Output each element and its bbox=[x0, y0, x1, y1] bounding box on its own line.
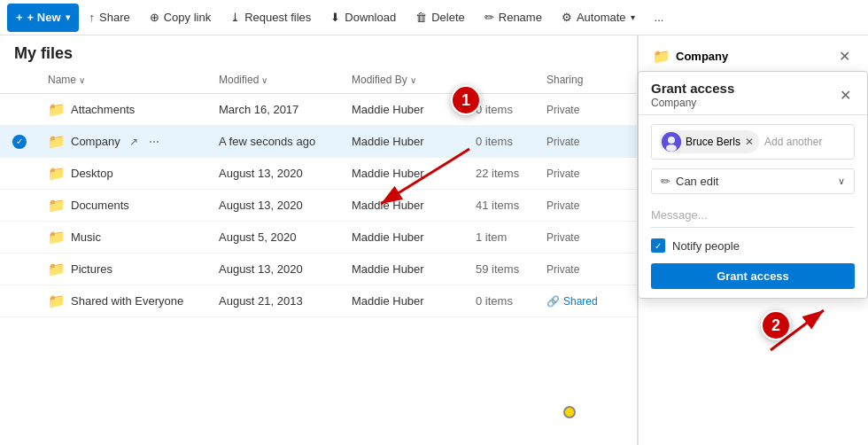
row-share-icon[interactable]: ↗ bbox=[126, 134, 142, 150]
file-table: Name ∨ Modified ∨ Modified By ∨ Sharing … bbox=[0, 66, 637, 445]
copy-link-label: Copy link bbox=[164, 11, 211, 24]
new-button[interactable]: + + New ▾ bbox=[7, 4, 79, 32]
download-icon: ⬇ bbox=[330, 11, 340, 24]
file-modified-by-label: Maddie Huber bbox=[352, 103, 424, 116]
permission-chevron-icon: ∨ bbox=[838, 176, 845, 187]
automate-button[interactable]: ⚙ Automate ▾ bbox=[553, 4, 644, 32]
sharing-badge: Private bbox=[546, 136, 579, 148]
file-items-label: 0 items bbox=[476, 135, 513, 148]
table-row[interactable]: 📁AttachmentsMarch 16, 2017Maddie Huber0 … bbox=[0, 94, 637, 126]
rename-label: Rename bbox=[499, 11, 542, 24]
file-modified-label: March 16, 2017 bbox=[219, 103, 298, 116]
header-modified[interactable]: Modified ∨ bbox=[213, 70, 346, 90]
permission-dropdown[interactable]: ✏ Can edit ∨ bbox=[651, 168, 855, 194]
rename-button[interactable]: ✏ Rename bbox=[476, 4, 551, 32]
folder-icon: 📁 bbox=[48, 197, 66, 214]
sharing-badge: Private bbox=[546, 104, 579, 116]
table-row[interactable]: 📁DocumentsAugust 13, 2020Maddie Huber41 … bbox=[0, 190, 637, 222]
grant-access-close-button[interactable]: ✕ bbox=[836, 85, 855, 105]
request-files-label: Request files bbox=[244, 11, 311, 24]
more-label: ... bbox=[655, 11, 664, 24]
notify-row: ✓ Notify people bbox=[651, 238, 855, 253]
delete-button[interactable]: 🗑 Delete bbox=[407, 4, 474, 32]
person-tag-bruce: Bruce Berls ✕ bbox=[659, 130, 759, 153]
folder-icon: 📁 bbox=[48, 261, 66, 277]
grant-access-body: Bruce Berls ✕ Add another ✏ Can edit ∨ ✓… bbox=[639, 115, 867, 298]
file-modified-label: August 13, 2020 bbox=[219, 167, 303, 180]
request-files-button[interactable]: ⤓ Request files bbox=[221, 4, 320, 32]
check-icon: ✓ bbox=[655, 241, 662, 251]
copy-link-button[interactable]: ⊕ Copy link bbox=[141, 4, 220, 32]
delete-label: Delete bbox=[431, 11, 465, 24]
content-area: My files Name ∨ Modified ∨ Modified By ∨ bbox=[0, 35, 868, 445]
person-tag-remove-button[interactable]: ✕ bbox=[745, 137, 754, 147]
permission-label: Can edit bbox=[676, 175, 718, 188]
file-name-label: Music bbox=[71, 230, 101, 244]
file-modified-by-label: Maddie Huber bbox=[352, 294, 424, 308]
file-modified-by-label: Maddie Huber bbox=[352, 262, 424, 276]
delete-icon: 🗑 bbox=[415, 11, 427, 24]
file-items-label: 22 items bbox=[476, 167, 519, 180]
svg-point-2 bbox=[666, 144, 677, 152]
grant-access-titles: Grant access Company bbox=[651, 81, 734, 109]
name-sort-icon: ∨ bbox=[79, 75, 85, 85]
message-input[interactable] bbox=[651, 203, 855, 228]
row-check-icon: ✓ bbox=[12, 135, 27, 149]
svg-point-1 bbox=[668, 137, 675, 144]
panel-folder-title: 📁 Company bbox=[653, 48, 728, 65]
file-modified-label: August 13, 2020 bbox=[219, 199, 303, 212]
grant-access-panel: Grant access Company ✕ Bruce bbox=[638, 71, 868, 299]
file-items-label: 59 items bbox=[476, 262, 519, 276]
panel-header: 📁 Company ✕ bbox=[639, 35, 868, 74]
file-modified-by-label: Maddie Huber bbox=[352, 199, 424, 212]
grant-access-header: Grant access Company ✕ bbox=[639, 72, 867, 115]
notify-label: Notify people bbox=[672, 239, 740, 253]
file-items-label: 41 items bbox=[476, 199, 519, 212]
table-row[interactable]: 📁DesktopAugust 13, 2020Maddie Huber22 it… bbox=[0, 158, 637, 190]
file-table-header: Name ∨ Modified ∨ Modified By ∨ Sharing bbox=[0, 66, 637, 94]
header-checkbox bbox=[7, 70, 43, 90]
notify-checkbox[interactable]: ✓ bbox=[651, 238, 665, 253]
more-button[interactable]: ... bbox=[646, 4, 673, 32]
request-files-icon: ⤓ bbox=[230, 11, 240, 24]
download-label: Download bbox=[345, 11, 396, 24]
file-items-label: 0 items bbox=[476, 294, 513, 308]
header-sharing[interactable]: Sharing bbox=[541, 70, 630, 90]
grant-access-button-label: Grant access bbox=[717, 269, 789, 283]
file-modified-label: A few seconds ago bbox=[219, 135, 315, 148]
person-name-label: Bruce Berls bbox=[686, 136, 740, 148]
manage-access-close-button[interactable]: ✕ bbox=[835, 46, 854, 66]
file-name-label: Attachments bbox=[71, 103, 135, 116]
file-explorer: My files Name ∨ Modified ∨ Modified By ∨ bbox=[0, 35, 638, 445]
folder-icon: 📁 bbox=[48, 229, 66, 246]
file-modified-label: August 21, 2013 bbox=[219, 294, 303, 308]
file-name-label: Company bbox=[71, 135, 120, 148]
row-more-icon[interactable]: ⋯ bbox=[145, 134, 163, 150]
table-row[interactable]: 📁MusicAugust 5, 2020Maddie Huber1 itemPr… bbox=[0, 222, 637, 254]
pencil-icon: ✏ bbox=[661, 175, 670, 188]
grant-access-button[interactable]: Grant access bbox=[651, 263, 855, 289]
sharing-badge: Private bbox=[546, 231, 579, 244]
header-name[interactable]: Name ∨ bbox=[43, 70, 213, 90]
header-modified-by[interactable]: Modified By ∨ bbox=[346, 70, 470, 90]
file-name-label: Shared with Everyone bbox=[71, 294, 183, 308]
breadcrumb: My files bbox=[0, 35, 637, 66]
table-row[interactable]: 📁Shared with EveryoneAugust 21, 2013Madd… bbox=[0, 285, 637, 317]
sharing-badge: 🔗 Shared bbox=[546, 295, 598, 308]
file-modified-label: August 5, 2020 bbox=[219, 230, 296, 244]
file-modified-label: August 13, 2020 bbox=[219, 262, 303, 276]
automate-icon: ⚙ bbox=[562, 11, 572, 24]
file-name-label: Documents bbox=[71, 199, 129, 212]
share-icon: ↑ bbox=[89, 11, 96, 24]
panel-folder-name: Company bbox=[676, 50, 728, 63]
table-row[interactable]: 📁PicturesAugust 13, 2020Maddie Huber59 i… bbox=[0, 254, 637, 285]
download-button[interactable]: ⬇ Download bbox=[322, 4, 405, 32]
toolbar: + + New ▾ ↑ Share ⊕ Copy link ⤓ Request … bbox=[0, 0, 868, 35]
grant-access-subtitle: Company bbox=[651, 97, 734, 109]
file-modified-by-label: Maddie Huber bbox=[352, 135, 424, 148]
share-label: Share bbox=[99, 11, 130, 24]
table-row[interactable]: ✓📁Company ↗ ⋯ A few seconds agoMaddie Hu… bbox=[0, 126, 637, 158]
people-input-area[interactable]: Bruce Berls ✕ Add another bbox=[651, 124, 855, 160]
folder-icon: 📁 bbox=[48, 101, 66, 118]
share-button[interactable]: ↑ Share bbox=[81, 4, 139, 32]
